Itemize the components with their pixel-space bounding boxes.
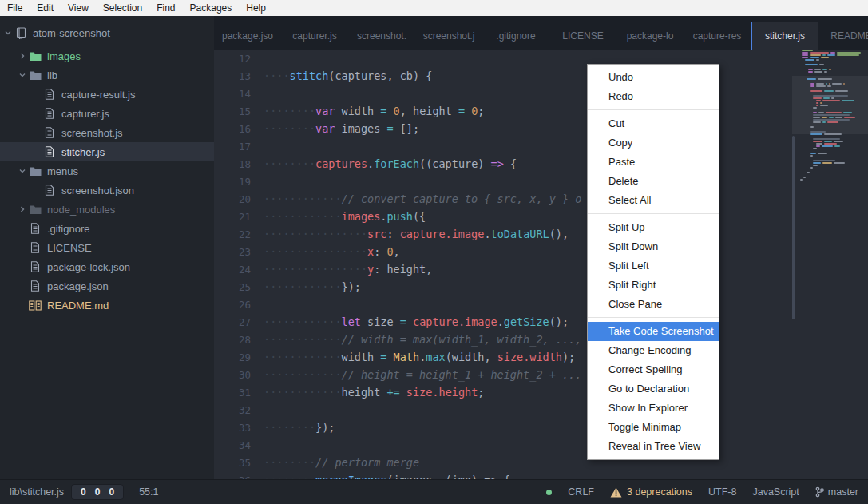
line-number[interactable]: 24: [214, 261, 264, 279]
encoding-indicator[interactable]: UTF-8: [708, 486, 736, 498]
line-number[interactable]: 31: [214, 384, 264, 402]
code-line-22[interactable]: 22················src: capture.image.toD…: [214, 225, 868, 243]
tree-item-images[interactable]: images: [0, 46, 214, 65]
line-number[interactable]: 22: [214, 226, 264, 244]
line-ending-indicator[interactable]: CRLF: [568, 486, 594, 498]
line-number[interactable]: 27: [214, 314, 264, 331]
tree-item-readme-md[interactable]: README.md: [0, 296, 214, 315]
menubar-item-selection[interactable]: Selection: [96, 0, 149, 16]
line-number[interactable]: 29: [214, 349, 264, 367]
tab-license[interactable]: LICENSE: [549, 22, 616, 50]
line-number[interactable]: 17: [214, 138, 264, 156]
line-number[interactable]: 12: [214, 50, 264, 68]
code-line-26[interactable]: 26: [214, 296, 868, 313]
editor-scrollbar[interactable]: [792, 136, 795, 319]
code-line-25[interactable]: 25············});: [214, 278, 868, 296]
code-line-32[interactable]: 32: [214, 401, 868, 419]
tree-item-capture-result-js[interactable]: capture-result.js: [0, 85, 214, 104]
code-line-13[interactable]: 13····stitch(captures, cb) {: [214, 67, 868, 85]
context-menu-item-cut[interactable]: Cut: [588, 114, 719, 133]
tree-item-license[interactable]: LICENSE: [0, 238, 214, 257]
line-number[interactable]: 26: [214, 296, 264, 314]
context-menu-item-redo[interactable]: Redo: [588, 87, 719, 106]
code-line-35[interactable]: 35········// perform merge: [214, 454, 868, 471]
tab-package-lo[interactable]: package-lo: [616, 22, 684, 50]
context-menu-item-show-in-explorer[interactable]: Show In Explorer: [588, 399, 719, 418]
tab-readme[interactable]: README: [818, 22, 868, 50]
git-diff-counts[interactable]: 000: [71, 484, 124, 500]
tab-capture-res[interactable]: capture-res: [684, 22, 751, 50]
context-menu-item-split-left[interactable]: Split Left: [588, 256, 719, 276]
line-number[interactable]: 33: [214, 419, 264, 437]
context-menu-item-go-to-declaration[interactable]: Go to Declaration: [588, 379, 719, 399]
code-line-36[interactable]: 36········mergeImages(images, (img) => {: [214, 471, 868, 479]
context-menu-item-split-up[interactable]: Split Up: [588, 218, 719, 237]
context-menu-item-reveal-in-tree-view[interactable]: Reveal in Tree View: [588, 437, 719, 456]
context-menu-item-undo[interactable]: Undo: [588, 68, 719, 87]
line-number[interactable]: 36: [214, 472, 264, 479]
code-line-20[interactable]: 20············// convert capture to { sr…: [214, 190, 868, 208]
tree-item-menus[interactable]: menus: [0, 161, 214, 181]
code-line-33[interactable]: 33········});: [214, 419, 868, 436]
tab-screenshot[interactable]: screenshot.: [348, 22, 415, 50]
menubar-item-file[interactable]: File: [0, 0, 30, 16]
code-line-12[interactable]: 12: [214, 50, 868, 67]
context-menu-item-split-right[interactable]: Split Right: [588, 276, 719, 295]
context-menu-item-paste[interactable]: Paste: [588, 153, 719, 172]
code-line-14[interactable]: 14: [214, 85, 868, 102]
tab-gitignore[interactable]: .gitignore: [482, 22, 549, 50]
code-line-23[interactable]: 23················x: 0,: [214, 243, 868, 260]
code-line-34[interactable]: 34: [214, 436, 868, 454]
line-number[interactable]: 18: [214, 156, 264, 173]
line-number[interactable]: 35: [214, 454, 264, 472]
code-editor[interactable]: 1213····stitch(captures, cb) {1415······…: [214, 50, 868, 479]
context-menu-item-delete[interactable]: Delete: [588, 172, 719, 191]
tree-item-package-json[interactable]: package.json: [0, 276, 214, 296]
line-number[interactable]: 16: [214, 121, 264, 138]
code-line-31[interactable]: 31············height += size.height;: [214, 383, 868, 401]
menubar-item-find[interactable]: Find: [149, 0, 182, 16]
code-line-15[interactable]: 15········var width = 0, height = 0;: [214, 102, 868, 120]
tree-item-package-lock-json[interactable]: package-lock.json: [0, 257, 214, 276]
tree-item-gitignore[interactable]: .gitignore: [0, 219, 214, 238]
menubar-item-edit[interactable]: Edit: [30, 0, 61, 16]
code-line-19[interactable]: 19: [214, 173, 868, 190]
line-number[interactable]: 32: [214, 402, 264, 419]
context-menu-item-split-down[interactable]: Split Down: [588, 237, 719, 256]
code-line-18[interactable]: 18········captures.forEach((capture) => …: [214, 155, 868, 173]
code-line-27[interactable]: 27············let size = capture.image.g…: [214, 313, 868, 331]
deprecations-indicator[interactable]: 3 deprecations: [610, 486, 692, 498]
context-menu-item-select-all[interactable]: Select All: [588, 191, 719, 210]
code-line-29[interactable]: 29············width = Math.max(width, si…: [214, 348, 868, 366]
git-branch-indicator[interactable]: master: [815, 486, 858, 498]
tree-view[interactable]: atom-screenshotimageslibcapture-result.j…: [0, 16, 214, 479]
line-number[interactable]: 21: [214, 208, 264, 226]
minimap[interactable]: [799, 50, 865, 479]
menubar-item-view[interactable]: View: [61, 0, 96, 16]
code-line-16[interactable]: 16········var images = [];: [214, 120, 868, 137]
code-line-28[interactable]: 28············// width = max(width_1, wi…: [214, 331, 868, 348]
context-menu-item-close-pane[interactable]: Close Pane: [588, 295, 719, 314]
tree-item-capturer-js[interactable]: capturer.js: [0, 104, 214, 123]
tree-item-lib[interactable]: lib: [0, 65, 214, 85]
status-file-path[interactable]: lib\stitcher.js: [10, 486, 64, 498]
line-number[interactable]: 19: [214, 173, 264, 191]
cursor-position[interactable]: 55:1: [139, 486, 158, 498]
code-line-24[interactable]: 24················y: height,: [214, 260, 868, 278]
line-number[interactable]: 34: [214, 437, 264, 454]
tab-capturer-js[interactable]: capturer.js: [281, 22, 348, 50]
context-menu-item-change-encoding[interactable]: Change Encoding: [588, 341, 719, 360]
context-menu-item-take-code-screenshot[interactable]: Take Code Screenshot: [588, 322, 719, 341]
line-number[interactable]: 15: [214, 103, 264, 121]
code-line-21[interactable]: 21············images.push({: [214, 208, 868, 225]
tree-item-stitcher-js[interactable]: stitcher.js: [0, 142, 214, 161]
tree-item-screenshot-json[interactable]: screenshot.json: [0, 181, 214, 200]
tab-package-jso[interactable]: package.jso: [214, 22, 281, 50]
menubar-item-packages[interactable]: Packages: [183, 0, 240, 16]
menubar-item-help[interactable]: Help: [239, 0, 273, 16]
code-line-30[interactable]: 30············// height = height_1 + hei…: [214, 366, 868, 383]
line-number[interactable]: 13: [214, 68, 264, 85]
tab-stitcher-js[interactable]: stitcher.js: [751, 22, 818, 50]
code-line-17[interactable]: 17: [214, 137, 868, 155]
context-menu-item-correct-spelling[interactable]: Correct Spelling: [588, 360, 719, 379]
